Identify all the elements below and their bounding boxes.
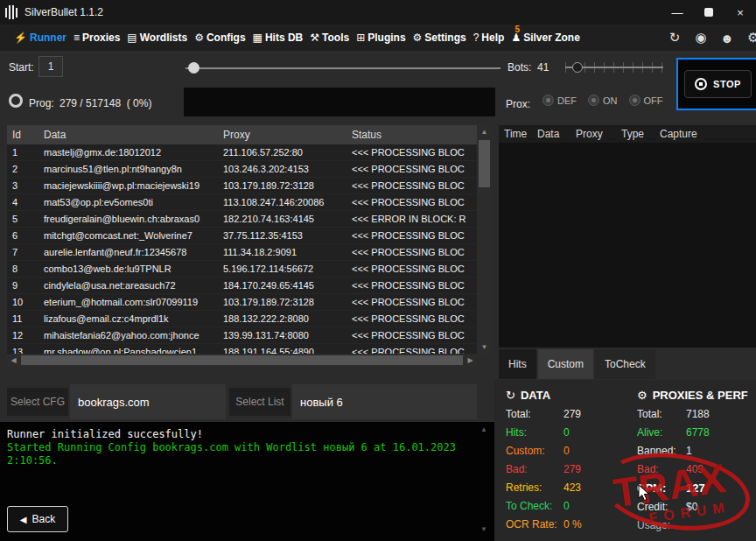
scroll-right-icon[interactable]: ▶ [464,354,477,367]
nav-item-help[interactable]: ?Help [470,25,508,51]
cell-id: 12 [7,330,44,341]
nav-item-proxies[interactable]: ≡Proxies [70,25,123,51]
col-time: Time [504,128,537,140]
log-line: Started Running Config bookrags.com with… [7,441,456,467]
log-scroll-down-icon[interactable]: ▼ [480,525,487,533]
cell-data: aurelie.lenfant@neuf.fr:12345678 [44,247,223,257]
gear-icon[interactable]: ⚙ [744,28,756,47]
progress-ring-icon [9,94,23,108]
maximize-button[interactable] [693,0,724,25]
discord-icon[interactable]: ☻ [718,28,737,47]
stat-custom: Custom:0 [506,445,630,457]
cell-id: 8 [7,263,44,274]
stat-usage: Usage: [637,519,754,531]
table-row[interactable]: 10eterium_@hotmail.com:slr07099119103.17… [7,294,477,311]
nav-label: Settings [424,32,466,44]
prox-on-label: ON [603,95,618,106]
cell-status: <<< PROCESSING BLOC [352,230,477,241]
cell-proxy: 103.179.189.72:3128 [223,297,352,307]
prox-def-radio[interactable] [542,95,554,106]
cell-id: 1 [7,147,44,158]
stop-button[interactable]: STOP [684,70,752,98]
results-header: Id Data Proxy Status [7,125,477,144]
cell-data: mr.shadow@op.pl:Panshadowcien1 [44,347,223,354]
scroll-up-icon[interactable]: ▲ [477,125,492,138]
table-row[interactable]: 11lizafous@email.cz:c4mprdl1k188.132.222… [7,311,477,327]
table-row[interactable]: 7aurelie.lenfant@neuf.fr:12345678111.34.… [7,244,477,261]
nav-label: Tools [322,32,349,44]
stat-tocheck: To Check:0 [506,500,630,512]
tools-icon: ⚒ [310,32,319,44]
stat-credit: Credit:$0 [637,501,754,513]
data-stats-block: ↻DATA Total:279 Hits:0 Custom:0 Bad:279 … [506,389,630,530]
tab-hits[interactable]: Hits [499,349,536,379]
back-button[interactable]: ◀ Back [7,506,68,532]
nav-item-configs[interactable]: ⚙Configs [191,25,248,51]
nav-item-runner[interactable]: ⚡Runner [10,25,70,51]
start-input[interactable] [38,56,63,77]
nav-label: Plugins [368,32,405,44]
scroll-down-icon[interactable]: ▼ [477,341,492,354]
start-slider[interactable] [186,61,500,74]
screenshot-camera-icon[interactable]: ◉ [691,28,710,47]
nav-item-plugins[interactable]: ⊞Plugins [353,25,409,51]
cell-status: <<< ERROR IN BLOCK: R [352,214,477,224]
table-row[interactable]: 2marcinus51@tlen.pl:nt9hangy8n103.246.3.… [7,161,477,178]
table-row[interactable]: 4mat53@op.pl:ev5omes0ti113.108.247.146:2… [7,194,477,211]
bots-slider[interactable] [565,60,663,74]
scrollbar-thumb[interactable] [479,140,490,187]
cell-id: 4 [7,197,44,207]
table-row[interactable]: 3maciejewskiiii@wp.pl:maciejewski19103.1… [7,178,477,194]
selected-wordlist-field[interactable]: новый 6 [292,384,477,419]
stop-icon [695,78,707,90]
tab-tocheck[interactable]: ToCheck [595,349,655,379]
tab-custom[interactable]: Custom [538,349,593,379]
start-label: Start: [9,61,34,74]
progress-value: 279 / 517148 ( 0%) [60,97,151,109]
table-row[interactable]: 8combo13@web.de:lu9TPNLR5.196.172.114:56… [7,261,477,278]
slider-thumb[interactable] [188,62,200,74]
select-cfg-button[interactable]: Select CFG [7,388,68,416]
minimize-button[interactable]: — [662,0,693,25]
slider-thumb[interactable] [572,62,583,73]
nav-label: Hits DB [265,32,303,44]
vertical-scrollbar[interactable]: ▲ ▼ [477,125,492,354]
nav-item-settings[interactable]: ⚙Settings [410,25,470,51]
log-scroll-up-icon[interactable]: ▲ [480,425,487,433]
slider-track [186,67,500,69]
col-type: Type [621,128,660,140]
cell-proxy: 188.132.222.2:8080 [223,313,352,324]
cell-status: <<< PROCESSING BLOC [352,347,477,354]
selected-config-field[interactable]: bookrags.com [70,384,226,419]
cell-status: <<< PROCESSING BLOC [352,263,477,274]
cell-status: <<< PROCESSING BLOC [352,180,477,191]
table-row[interactable]: 6mitchgt@comcast.net:_Wolverine737.75.11… [7,228,477,244]
table-row[interactable]: 12mihaistefania62@yahoo.com:jhonce139.99… [7,327,477,344]
back-arrow-icon: ◀ [20,515,27,524]
proxies-stats-title: PROXIES & PERF [653,389,748,402]
scrollbar-thumb[interactable] [21,355,463,365]
close-button[interactable]: × [724,0,756,25]
nav-item-wordlists[interactable]: ▤Wordlists [123,25,191,51]
select-list-button[interactable]: Select List [229,388,290,416]
cell-proxy: 5.196.172.114:56672 [223,263,352,274]
prox-on-radio[interactable] [588,95,599,106]
settings-icon: ⚙ [413,32,423,44]
table-row[interactable]: 9cindylela@usa.net:areasuch72184.170.249… [7,278,477,294]
horizontal-scrollbar[interactable]: ◀ ▶ [7,354,477,367]
prox-off-radio[interactable] [629,95,640,106]
table-row[interactable]: 5freudigeralain@bluewin.ch:abraxas0182.2… [7,211,477,228]
progress-bar [184,88,495,116]
table-row[interactable]: 13mr.shadow@op.pl:Panshadowcien1188.191.… [7,344,477,354]
stat-proxy-total: Total:7188 [637,408,754,420]
cell-status: <<< PROCESSING BLOC [352,147,477,158]
table-row[interactable]: 1mastelj@gmx.de:18012012211.106.57.252:8… [7,144,477,161]
nav-item-silver-zone[interactable]: 5♟Silver Zone [508,25,583,51]
col-proxy: Proxy [223,129,352,141]
scroll-left-icon[interactable]: ◀ [7,354,20,367]
nav-label: Configs [206,32,246,44]
nav-item-tools[interactable]: ⚒Tools [306,25,353,51]
nav-item-hits-db[interactable]: ▦Hits DB [249,25,307,51]
plugins-icon: ⊞ [356,32,365,44]
update-history-icon[interactable]: ↻ [665,28,684,47]
